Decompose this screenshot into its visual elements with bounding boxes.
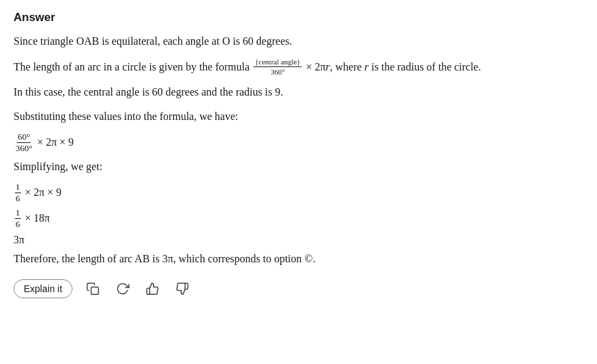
math-block-1: 60° 360° × 2π × 9 — [14, 132, 583, 153]
numerator-1b: 1 — [15, 207, 21, 219]
math-block-3: 1 6 × 18π — [14, 207, 583, 229]
paragraph-4: Substituting these values into the formu… — [14, 108, 583, 125]
thumbs-up-button[interactable] — [143, 281, 162, 297]
paragraph-1: Since triangle OAB is equilateral, each … — [14, 33, 583, 50]
fraction-1-6-b: 1 6 — [15, 207, 21, 229]
formula-numerator: {central angle} — [253, 57, 302, 67]
math2-suffix: × 2π × 9 — [25, 186, 62, 199]
formula-denominator: 360° — [269, 67, 286, 77]
math-block-2: 1 6 × 2π × 9 — [14, 182, 583, 203]
math1-suffix: × 2π × 9 — [37, 136, 74, 148]
math-block-4: 3π — [14, 234, 583, 246]
numerator-1a: 1 — [15, 182, 21, 193]
paragraph-5: Simplifying, we get: — [14, 158, 583, 176]
fraction-1-6-a: 1 6 — [15, 182, 21, 203]
answer-heading: Answer — [14, 11, 583, 24]
refresh-button[interactable] — [113, 281, 132, 297]
copy-button[interactable] — [83, 281, 102, 297]
numerator-60: 60° — [17, 132, 30, 143]
paragraph-3: In this case, the central angle is 60 de… — [14, 83, 583, 101]
svg-rect-0 — [91, 287, 98, 295]
explain-it-button[interactable]: Explain it — [14, 279, 73, 298]
math3-suffix: × 18π — [25, 212, 50, 224]
result-3pi: 3π — [14, 234, 24, 246]
denominator-360: 360° — [15, 143, 33, 154]
bottom-toolbar: Explain it — [14, 279, 583, 298]
fraction-60-360: 60° 360° — [15, 132, 33, 153]
denominator-6b: 6 — [15, 219, 21, 230]
paragraph-6: Therefore, the length of arc AB is 3π, w… — [14, 250, 583, 268]
p2-suffix: × 2πr, where r is the radius of the circ… — [306, 58, 480, 76]
p2-prefix: The length of an arc in a circle is give… — [14, 58, 249, 76]
thumbup-icon — [146, 282, 159, 296]
thumbdown-icon — [176, 282, 189, 296]
arc-formula-fraction: {central angle} 360° — [253, 57, 302, 77]
denominator-6a: 6 — [15, 193, 21, 204]
paragraph-2: The length of an arc in a circle is give… — [14, 57, 583, 77]
copy-icon — [86, 282, 100, 296]
refresh-icon — [116, 282, 129, 296]
thumbs-down-button[interactable] — [173, 281, 192, 297]
